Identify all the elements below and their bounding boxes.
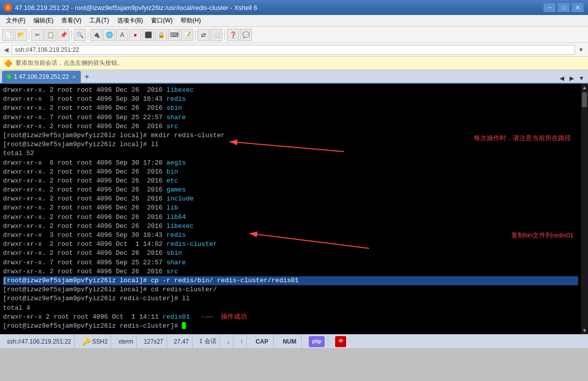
address-bar: ◀ ▼	[0, 43, 588, 57]
tab-status-dot	[7, 75, 11, 79]
scroll-up-icon[interactable]: ↑	[240, 338, 243, 345]
status-ssh-address: ssh://47.106.219.251:22	[4, 335, 75, 348]
menu-tools[interactable]: 工具(T)	[85, 15, 113, 26]
tb-help[interactable]: ❓	[227, 29, 239, 41]
menu-window[interactable]: 窗口(W)	[147, 15, 177, 26]
tb-keyboard[interactable]: ⌨	[168, 29, 180, 41]
scroll-thumb[interactable]	[582, 92, 587, 107]
tab-prev-button[interactable]: ◀	[557, 74, 566, 83]
annotation-path-reminder: 每次操作时，请注意当前所在路径	[474, 134, 571, 143]
tb-extra2[interactable]: 🔒	[155, 29, 167, 41]
tb-sep1	[29, 30, 29, 40]
tb-sep4	[195, 30, 196, 40]
tab-label: 1 47.106.219.251:22	[14, 73, 69, 80]
term-line-23: [root@izwz9ef5sjam9pvfyiz26lz redis-clus…	[3, 294, 578, 303]
tb-script[interactable]: 📝	[181, 29, 193, 41]
status-protocol: 🔑 SSH2	[79, 335, 111, 348]
cursor-pos-text: 27,47	[174, 338, 189, 345]
tab-navigation: ◀ ▶ ▼	[557, 74, 586, 83]
menu-tabs[interactable]: 选项卡(B)	[113, 15, 147, 26]
tb-settings[interactable]: ●	[129, 29, 141, 41]
key-icon: 🔑	[82, 338, 90, 346]
tb-extra1[interactable]: ⬛	[142, 29, 154, 41]
term-line-20: drwxr-xr-x. 2 root root 4096 Dec 26 2016…	[3, 267, 578, 276]
tb-network[interactable]: 🌐	[103, 29, 115, 41]
encoding-text: xterm	[118, 338, 133, 345]
tb-new[interactable]: 📄	[2, 29, 14, 41]
tb-chat[interactable]: 💬	[240, 29, 252, 41]
terminal[interactable]: drwxr-xr-x. 2 root root 4096 Dec 26 2016…	[0, 84, 581, 334]
tab-list-button[interactable]: ▼	[577, 74, 586, 83]
term-line-9: drwxr-xr-x. 2 root root 4096 Dec 26 2016…	[3, 168, 578, 177]
info-icon: 🔶	[4, 59, 12, 67]
tab-close-button[interactable]: ✕	[72, 74, 76, 80]
term-line-16: drwxr-xr-x 3 root root 4096 Sep 30 16:43…	[3, 231, 578, 240]
term-line-4: drwxr-xr-x. 2 root root 4096 Dec 26 2016…	[3, 122, 578, 131]
scroll-up-button[interactable]: ▲	[582, 85, 587, 90]
minimize-button[interactable]: ─	[543, 2, 556, 12]
status-cursor: 27,47	[171, 335, 193, 348]
status-sessions: 1 会话	[196, 335, 220, 348]
scroll-down-icon[interactable]: ↓	[227, 338, 230, 345]
menu-help[interactable]: 帮助(H)	[177, 15, 205, 26]
status-cn-badge: 中	[332, 335, 349, 348]
status-bar: ssh://47.106.219.251:22 🔑 SSH2 xterm 127…	[0, 334, 588, 348]
tab-session-1[interactable]: 1 47.106.219.251:22 ✕	[2, 71, 81, 83]
term-line-11: drwxr-xr-x. 2 root root 4096 Dec 26 2016…	[3, 186, 578, 194]
tb-sep3	[88, 30, 88, 40]
term-line-13: drwxr-xr-x. 2 root root 4096 Dec 26 2016…	[3, 203, 578, 212]
tb-open[interactable]: 📂	[15, 29, 27, 41]
term-line-19: drwxr-xr-x. 7 root root 4096 Sep 25 22:5…	[3, 258, 578, 267]
tb-connect[interactable]: 🔌	[90, 29, 102, 41]
term-line-2: drwxr-xr-x. 2 root root 4096 Dec 26 2016…	[3, 104, 578, 113]
tb-font[interactable]: A	[116, 29, 128, 41]
term-line-26: [root@izwz9ef5sjam9pvfyiz26lz redis-clus…	[3, 322, 578, 331]
tb-paste[interactable]: 📌	[57, 29, 69, 41]
status-scroll-up[interactable]: ↑	[237, 335, 247, 348]
term-line-15: drwxr-xr-x. 2 root root 4096 Dec 26 2016…	[3, 222, 578, 231]
menu-file[interactable]: 文件(F)	[2, 15, 29, 26]
term-line-1: drwxr-xr-x 3 root root 4096 Sep 30 16:43…	[3, 95, 578, 104]
tb-extra3[interactable]: ⬜	[210, 29, 222, 41]
status-cap-indicator: CAP	[251, 335, 274, 348]
maximize-button[interactable]: □	[557, 2, 570, 12]
menu-bar: 文件(F) 编辑(E) 查看(V) 工具(T) 选项卡(B) 窗口(W) 帮助(…	[0, 15, 588, 27]
php-icon: php	[309, 336, 325, 347]
tb-sep2	[71, 30, 72, 40]
tb-copy[interactable]: 📋	[44, 29, 56, 41]
address-input[interactable]	[11, 45, 575, 55]
status-php-badge: php	[306, 335, 328, 348]
address-dropdown[interactable]: ▼	[578, 46, 584, 53]
tab-add-button[interactable]: +	[81, 71, 93, 83]
term-line-17: drwxr-xr-x 2 root root 4096 Oct 1 14:02 …	[3, 240, 578, 249]
term-line-10: drwxr-xr-x. 2 root root 4096 Dec 26 2016…	[3, 177, 578, 186]
scroll-down-button[interactable]: ▼	[582, 328, 587, 333]
menu-view[interactable]: 查看(V)	[57, 15, 85, 26]
info-message: 要添加当前会话，点击左侧的箭头按钮。	[15, 59, 123, 67]
window-title: 47.106.219.251:22 - root@izwz9ef5sjam9pv…	[15, 4, 257, 11]
ssh-address-text: ssh://47.106.219.251:22	[7, 338, 71, 345]
tb-search[interactable]: 🔍	[74, 29, 86, 41]
address-arrow[interactable]: ◀	[4, 46, 8, 53]
tb-transfer[interactable]: ⇄	[197, 29, 209, 41]
protocol-text: SSH2	[92, 338, 108, 345]
cap-label: CAP	[254, 337, 270, 346]
num-label: NUM	[281, 337, 298, 346]
cn-icon: 中	[335, 336, 346, 347]
term-line-25: drwxr-xr-x 2 root root 4096 Oct 1 14:11 …	[3, 313, 578, 322]
term-line-7: total 52	[3, 149, 578, 158]
tb-cut[interactable]: ✂	[31, 29, 43, 41]
terminal-wrapper: drwxr-xr-x. 2 root root 4096 Dec 26 2016…	[0, 84, 588, 334]
term-line-3: drwxr-xr-x. 7 root root 4096 Sep 25 22:5…	[3, 113, 578, 122]
status-scroll-down[interactable]: ↓	[224, 335, 233, 348]
tab-next-button[interactable]: ▶	[567, 74, 576, 83]
term-line-24: total 4	[3, 304, 578, 313]
tab-bar: 1 47.106.219.251:22 ✕ + ◀ ▶ ▼	[0, 70, 588, 84]
menu-edit[interactable]: 编辑(E)	[29, 15, 57, 26]
sessions-text: 1 会话	[199, 337, 216, 346]
close-button[interactable]: ✕	[571, 2, 584, 12]
vertical-scrollbar[interactable]: ▲ ▼	[581, 84, 588, 334]
annotation-copy-bin: 复制bin文件到redis01	[511, 231, 574, 240]
term-line-12: drwxr-xr-x. 2 root root 4096 Dec 26 2016…	[3, 194, 578, 203]
term-line-0: drwxr-xr-x. 2 root root 4096 Dec 26 2016…	[3, 86, 578, 95]
